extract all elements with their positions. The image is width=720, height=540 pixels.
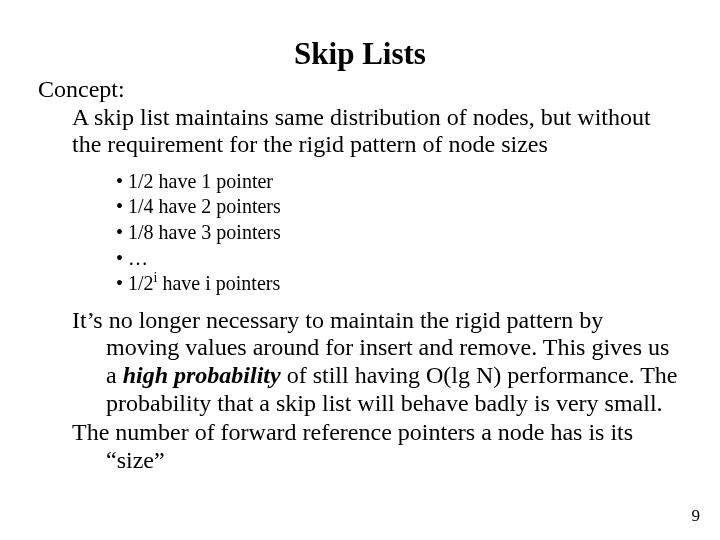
slide-title: Skip Lists (38, 36, 682, 72)
concept-body: A skip list maintains same distribution … (72, 104, 682, 159)
paragraph-1: It’s no longer necessary to maintain the… (72, 307, 682, 417)
bullet-suffix: have i pointers (157, 272, 280, 294)
page-number: 9 (692, 506, 701, 526)
list-item: 1/8 have 3 pointers (116, 220, 682, 246)
paragraph-2: The number of forward reference pointers… (72, 419, 682, 474)
concept-section: Concept: A skip list maintains same dist… (38, 76, 682, 159)
concept-label: Concept: (38, 76, 682, 104)
list-item: 1/4 have 2 pointers (116, 194, 682, 220)
bullet-list: 1/2 have 1 pointer 1/4 have 2 pointers 1… (38, 169, 682, 297)
list-item: … (116, 246, 682, 272)
list-item: 1/2i have i pointers (116, 271, 682, 297)
slide: Skip Lists Concept: A skip list maintain… (0, 0, 720, 540)
list-item: 1/2 have 1 pointer (116, 169, 682, 195)
high-probability-emphasis: high probability (123, 362, 281, 388)
bullet-prefix: 1/2 (128, 272, 154, 294)
